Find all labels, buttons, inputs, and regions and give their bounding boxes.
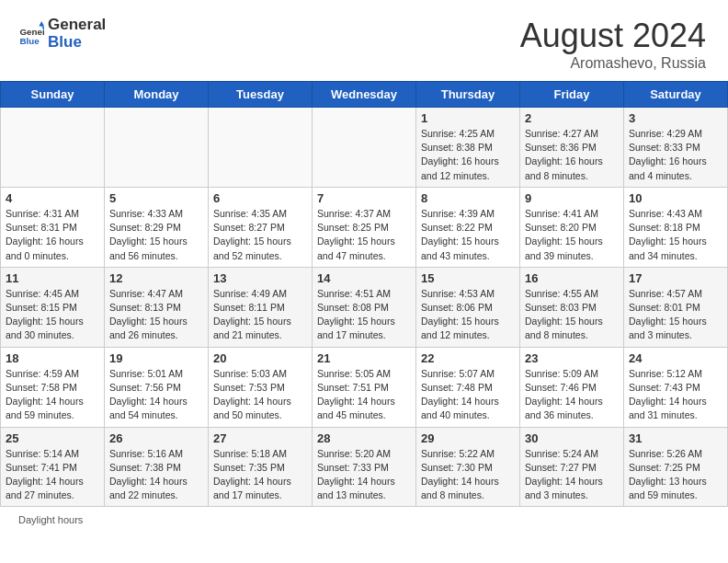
- week-row-4: 18Sunrise: 4:59 AM Sunset: 7:58 PM Dayli…: [1, 347, 728, 427]
- day-info: Sunrise: 4:45 AM Sunset: 8:15 PM Dayligh…: [6, 287, 99, 343]
- day-number: 27: [213, 431, 307, 445]
- day-info: Sunrise: 5:20 AM Sunset: 7:33 PM Dayligh…: [317, 447, 411, 503]
- calendar-cell-0: [1, 108, 105, 188]
- day-of-week-sunday: Sunday: [1, 82, 105, 108]
- calendar-cell-22: 19Sunrise: 5:01 AM Sunset: 7:56 PM Dayli…: [105, 347, 209, 427]
- calendar-cell-16: 13Sunrise: 4:49 AM Sunset: 8:11 PM Dayli…: [209, 267, 313, 347]
- day-info: Sunrise: 4:49 AM Sunset: 8:11 PM Dayligh…: [213, 287, 307, 343]
- day-info: Sunrise: 4:51 AM Sunset: 8:08 PM Dayligh…: [317, 287, 411, 343]
- day-number: 14: [317, 271, 411, 285]
- day-number: 7: [317, 191, 411, 205]
- calendar-cell-3: [313, 108, 416, 188]
- day-number: 18: [6, 351, 99, 365]
- calendar-cell-32: 29Sunrise: 5:22 AM Sunset: 7:30 PM Dayli…: [416, 427, 520, 507]
- day-number: 19: [109, 351, 203, 365]
- day-number: 31: [629, 431, 722, 445]
- day-info: Sunrise: 5:12 AM Sunset: 7:43 PM Dayligh…: [629, 367, 722, 423]
- day-info: Sunrise: 4:41 AM Sunset: 8:20 PM Dayligh…: [525, 207, 619, 263]
- day-info: Sunrise: 4:31 AM Sunset: 8:31 PM Dayligh…: [6, 207, 99, 263]
- calendar-cell-7: 4Sunrise: 4:31 AM Sunset: 8:31 PM Daylig…: [1, 187, 105, 267]
- month-year: August 2024: [520, 17, 706, 55]
- calendar-cell-19: 16Sunrise: 4:55 AM Sunset: 8:03 PM Dayli…: [520, 267, 624, 347]
- svg-marker-2: [39, 21, 44, 27]
- calendar-cell-18: 15Sunrise: 4:53 AM Sunset: 8:06 PM Dayli…: [416, 267, 520, 347]
- logo-general: General: [48, 17, 106, 34]
- calendar-cell-11: 8Sunrise: 4:39 AM Sunset: 8:22 PM Daylig…: [416, 187, 520, 267]
- week-row-2: 4Sunrise: 4:31 AM Sunset: 8:31 PM Daylig…: [1, 187, 728, 267]
- svg-text:Blue: Blue: [19, 36, 40, 46]
- calendar-cell-9: 6Sunrise: 4:35 AM Sunset: 8:27 PM Daylig…: [209, 187, 313, 267]
- day-number: 10: [629, 191, 722, 205]
- day-info: Sunrise: 4:39 AM Sunset: 8:22 PM Dayligh…: [421, 207, 515, 263]
- day-number: 25: [6, 431, 99, 445]
- day-info: Sunrise: 4:43 AM Sunset: 8:18 PM Dayligh…: [629, 207, 722, 263]
- day-of-week-friday: Friday: [520, 82, 624, 108]
- week-row-5: 25Sunrise: 5:14 AM Sunset: 7:41 PM Dayli…: [1, 427, 728, 507]
- week-row-3: 11Sunrise: 4:45 AM Sunset: 8:15 PM Dayli…: [1, 267, 728, 347]
- day-info: Sunrise: 4:35 AM Sunset: 8:27 PM Dayligh…: [213, 207, 307, 263]
- title-block: August 2024 Aromashevo, Russia: [520, 17, 706, 72]
- day-number: 1: [421, 111, 515, 125]
- calendar-cell-27: 24Sunrise: 5:12 AM Sunset: 7:43 PM Dayli…: [624, 347, 728, 427]
- week-row-1: 1Sunrise: 4:25 AM Sunset: 8:38 PM Daylig…: [1, 108, 728, 188]
- day-number: 26: [109, 431, 203, 445]
- day-info: Sunrise: 5:03 AM Sunset: 7:53 PM Dayligh…: [213, 367, 307, 423]
- day-of-week-thursday: Thursday: [416, 82, 520, 108]
- logo: General Blue General Blue: [18, 17, 106, 51]
- calendar-cell-25: 22Sunrise: 5:07 AM Sunset: 7:48 PM Dayli…: [416, 347, 520, 427]
- day-of-week-tuesday: Tuesday: [209, 82, 313, 108]
- calendar-cell-23: 20Sunrise: 5:03 AM Sunset: 7:53 PM Dayli…: [209, 347, 313, 427]
- day-number: 24: [629, 351, 722, 365]
- day-number: 22: [421, 351, 515, 365]
- day-info: Sunrise: 5:01 AM Sunset: 7:56 PM Dayligh…: [109, 367, 203, 423]
- calendar-cell-21: 18Sunrise: 4:59 AM Sunset: 7:58 PM Dayli…: [1, 347, 105, 427]
- day-number: 4: [6, 191, 99, 205]
- day-info: Sunrise: 5:14 AM Sunset: 7:41 PM Dayligh…: [6, 447, 99, 503]
- calendar-cell-10: 7Sunrise: 4:37 AM Sunset: 8:25 PM Daylig…: [313, 187, 416, 267]
- day-number: 8: [421, 191, 515, 205]
- calendar-cell-34: 31Sunrise: 5:26 AM Sunset: 7:25 PM Dayli…: [624, 427, 728, 507]
- day-info: Sunrise: 4:27 AM Sunset: 8:36 PM Dayligh…: [525, 127, 619, 183]
- day-info: Sunrise: 4:37 AM Sunset: 8:25 PM Dayligh…: [317, 207, 411, 263]
- page-header: General Blue General Blue August 2024 Ar…: [0, 0, 728, 81]
- logo-blue: Blue: [48, 34, 106, 52]
- day-number: 17: [629, 271, 722, 285]
- day-info: Sunrise: 5:18 AM Sunset: 7:35 PM Dayligh…: [213, 447, 307, 503]
- calendar-cell-17: 14Sunrise: 4:51 AM Sunset: 8:08 PM Dayli…: [313, 267, 416, 347]
- calendar-cell-13: 10Sunrise: 4:43 AM Sunset: 8:18 PM Dayli…: [624, 187, 728, 267]
- day-number: 16: [525, 271, 619, 285]
- days-of-week-row: SundayMondayTuesdayWednesdayThursdayFrid…: [1, 82, 728, 108]
- day-number: 6: [213, 191, 307, 205]
- calendar-cell-20: 17Sunrise: 4:57 AM Sunset: 8:01 PM Dayli…: [624, 267, 728, 347]
- day-info: Sunrise: 4:33 AM Sunset: 8:29 PM Dayligh…: [109, 207, 203, 263]
- calendar-cell-28: 25Sunrise: 5:14 AM Sunset: 7:41 PM Dayli…: [1, 427, 105, 507]
- calendar-cell-33: 30Sunrise: 5:24 AM Sunset: 7:27 PM Dayli…: [520, 427, 624, 507]
- day-info: Sunrise: 5:16 AM Sunset: 7:38 PM Dayligh…: [109, 447, 203, 503]
- day-number: 30: [525, 431, 619, 445]
- location: Aromashevo, Russia: [520, 55, 706, 72]
- calendar-cell-29: 26Sunrise: 5:16 AM Sunset: 7:38 PM Dayli…: [105, 427, 209, 507]
- calendar-cell-4: 1Sunrise: 4:25 AM Sunset: 8:38 PM Daylig…: [416, 108, 520, 188]
- calendar-cell-24: 21Sunrise: 5:05 AM Sunset: 7:51 PM Dayli…: [313, 347, 416, 427]
- day-of-week-wednesday: Wednesday: [313, 82, 416, 108]
- day-number: 29: [421, 431, 515, 445]
- day-info: Sunrise: 4:29 AM Sunset: 8:33 PM Dayligh…: [629, 127, 722, 183]
- day-info: Sunrise: 5:07 AM Sunset: 7:48 PM Dayligh…: [421, 367, 515, 423]
- day-number: 21: [317, 351, 411, 365]
- calendar-cell-12: 9Sunrise: 4:41 AM Sunset: 8:20 PM Daylig…: [520, 187, 624, 267]
- day-number: 2: [525, 111, 619, 125]
- day-number: 11: [6, 271, 99, 285]
- day-info: Sunrise: 4:53 AM Sunset: 8:06 PM Dayligh…: [421, 287, 515, 343]
- logo-icon: General Blue: [18, 21, 44, 47]
- day-number: 3: [629, 111, 722, 125]
- day-info: Sunrise: 5:24 AM Sunset: 7:27 PM Dayligh…: [525, 447, 619, 503]
- calendar-cell-15: 12Sunrise: 4:47 AM Sunset: 8:13 PM Dayli…: [105, 267, 209, 347]
- day-info: Sunrise: 4:59 AM Sunset: 7:58 PM Dayligh…: [6, 367, 99, 423]
- calendar-cell-6: 3Sunrise: 4:29 AM Sunset: 8:33 PM Daylig…: [624, 108, 728, 188]
- calendar-cell-5: 2Sunrise: 4:27 AM Sunset: 8:36 PM Daylig…: [520, 108, 624, 188]
- calendar-cell-30: 27Sunrise: 5:18 AM Sunset: 7:35 PM Dayli…: [209, 427, 313, 507]
- calendar-cell-2: [209, 108, 313, 188]
- day-info: Sunrise: 5:09 AM Sunset: 7:46 PM Dayligh…: [525, 367, 619, 423]
- footer-note: Daylight hours: [0, 507, 728, 533]
- day-number: 5: [109, 191, 203, 205]
